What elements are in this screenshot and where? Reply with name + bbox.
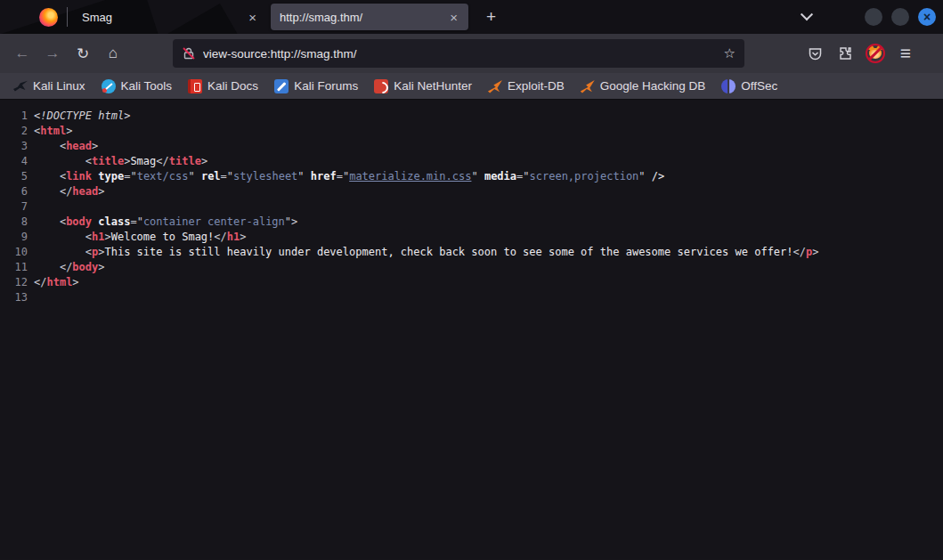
source-code: 1<!DOCTYPE html>2<html>3 <head>4 <title>… [0,100,943,559]
code-segment [34,140,60,152]
code-segment: Welcome to Smag! [111,231,215,243]
window-maximize-button[interactable] [891,8,909,26]
code-segment: link [66,170,92,183]
code-segment: screen,projection [530,170,639,183]
bookmark-exploit-db[interactable]: Exploit-DB [482,77,571,96]
code-segment: > [92,140,98,152]
code-segment: " [297,170,304,183]
source-line: 10 <p>This site is still heavily under d… [4,245,943,260]
code-segment: " [523,170,529,183]
kali-docs-icon [188,79,202,93]
stylesheet-link[interactable]: materialize.min.css [349,170,471,183]
bookmark-kali-linux[interactable]: Kali Linux [7,77,92,96]
source-line: 12</html> [4,275,943,290]
navigation-toolbar: ← → ↻ ⌂ view-source:http://smag.thm/ ☆ [0,34,943,73]
code-segment: rel [201,170,221,183]
tab-close-icon[interactable]: × [448,11,459,24]
bookmark-label: Exploit-DB [508,79,565,93]
url-bar[interactable]: view-source:http://smag.thm/ ☆ [173,39,744,68]
pocket-icon[interactable] [800,39,830,68]
prohibited-overlay-icon [866,44,885,63]
new-tab-button[interactable]: + [479,7,503,27]
code-segment: > [66,125,72,137]
code-segment: html [40,125,66,137]
tab-smag[interactable]: Smag × [73,4,267,30]
code-segment: stylesheet [233,170,297,183]
tab-smag-viewsource[interactable]: http://smag.thm/ × [271,4,468,30]
tab-separator [67,7,68,27]
list-all-tabs-chevron-icon[interactable] [801,8,813,20]
code-segment: head [72,185,98,198]
reload-button[interactable]: ↻ [68,39,98,68]
code-segment: > [812,246,818,258]
bookmark-ghdb[interactable]: Google Hacking DB [574,77,712,96]
app-menu-button[interactable]: ≡ [890,39,921,68]
code-segment [34,246,85,258]
bookmark-kali-docs[interactable]: Kali Docs [182,77,264,96]
code-segment: title [92,155,124,167]
code-segment: > [72,276,78,288]
line-number: 4 [4,154,28,169]
source-line: 6 </head> [4,184,943,199]
ghdb-icon [581,79,595,93]
source-line: 1<!DOCTYPE html> [4,109,943,124]
forward-button[interactable]: → [37,39,68,68]
tab-close-icon[interactable]: × [247,11,258,24]
code-segment: h1 [227,231,240,243]
line-number: 2 [4,124,28,139]
source-line: 2<html> [4,124,943,139]
code-segment: </ [60,185,72,198]
code-segment: = [337,170,343,183]
line-number: 9 [4,230,28,245]
code-segment [34,261,60,273]
home-button[interactable]: ⌂ [98,39,128,68]
code-segment [305,170,311,183]
extension-fox-disabled-icon[interactable] [860,39,890,68]
exploit-db-icon [488,79,502,93]
code-segment: <!DOCTYPE html> [34,110,130,122]
kali-nethunter-icon [374,79,388,93]
code-segment: > [240,231,246,243]
back-button[interactable]: ← [7,39,37,68]
offsec-icon [721,79,736,93]
code-segment [34,170,60,183]
extensions-puzzle-icon[interactable] [830,39,860,68]
line-number: 13 [4,290,28,305]
insecure-lock-icon[interactable] [182,46,196,61]
code-segment: head [66,140,92,152]
code-segment: text/css [137,170,189,183]
source-line: 4 <title>Smag</title> [4,154,943,169]
bookmark-kali-forums[interactable]: Kali Forums [268,77,364,96]
code-segment: container center-align [143,215,285,228]
code-segment: > [201,155,207,167]
source-line: 5 <link type="text/css" rel="stylesheet"… [4,169,943,184]
code-segment: class [98,215,130,228]
bookmark-kali-nethunter[interactable]: Kali NetHunter [368,77,478,96]
code-segment: " [638,170,645,183]
line-number: 1 [4,109,28,124]
window-minimize-button[interactable] [865,8,882,26]
bookmark-kali-tools[interactable]: Kali Tools [95,77,179,96]
bookmark-label: Kali NetHunter [394,79,472,93]
code-segment: " [188,170,194,183]
code-segment: </ [60,261,72,273]
code-segment [34,155,85,167]
code-segment: body [72,261,98,273]
window-close-button[interactable]: × [918,8,936,26]
code-segment: href [311,170,337,183]
kali-tools-icon [102,79,116,93]
url-input[interactable]: view-source:http://smag.thm/ [203,47,724,61]
line-number: 11 [4,260,28,275]
code-segment: body [66,215,92,228]
code-segment: = [221,170,227,183]
source-line: 8 <body class="container center-align"> [4,215,943,230]
line-number: 7 [4,199,28,215]
code-segment: html [46,276,72,288]
code-segment [34,215,60,228]
code-segment: " [130,170,136,183]
bookmark-star-icon[interactable]: ☆ [724,45,736,61]
bookmark-offsec[interactable]: OffSec [715,77,784,96]
line-number: 6 [4,184,28,199]
code-segment: " [227,170,233,183]
source-line: 7 [4,199,943,215]
